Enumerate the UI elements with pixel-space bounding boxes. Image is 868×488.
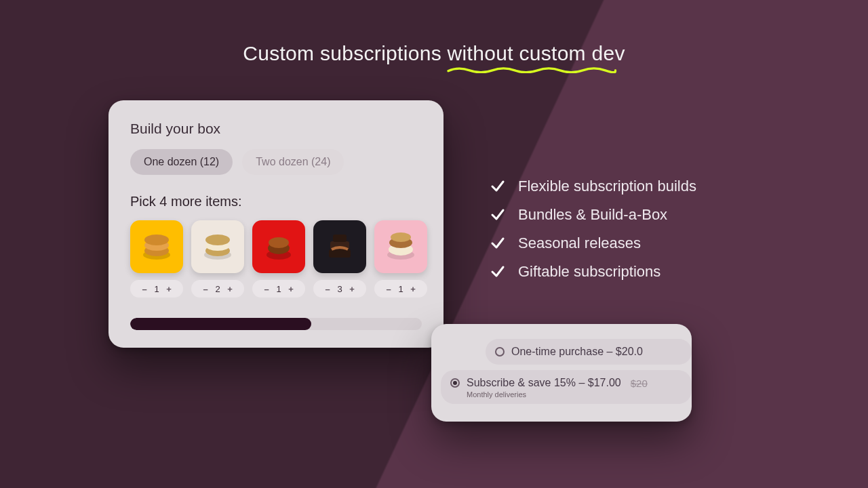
check-icon xyxy=(490,264,506,280)
svg-point-17 xyxy=(391,232,411,242)
product-item: – 3 + xyxy=(313,220,366,298)
cookie-stack-icon xyxy=(260,228,298,266)
quantity-stepper: – 2 + xyxy=(191,280,244,298)
subscribe-label: Subscribe & save 15% – $17.00 xyxy=(467,377,621,389)
feature-label: Seasonal releases xyxy=(518,235,641,252)
feature-item: Flexible subscription builds xyxy=(490,178,696,195)
feature-label: Flexible subscription builds xyxy=(518,178,696,195)
product-thumb[interactable] xyxy=(130,220,183,273)
qty-plus-button[interactable]: + xyxy=(288,284,294,294)
qty-minus-button[interactable]: – xyxy=(324,284,331,294)
check-icon xyxy=(490,235,506,251)
product-item: – 2 + xyxy=(191,220,244,298)
feature-label: Bundles & Build-a-Box xyxy=(518,206,667,224)
product-item: – 1 + xyxy=(374,220,427,298)
headline-highlight: without custom dev xyxy=(448,42,625,65)
check-icon xyxy=(490,178,506,195)
build-box-card: Build your box One dozen (12) Two dozen … xyxy=(108,100,443,348)
build-box-title: Build your box xyxy=(130,121,422,137)
size-option-two-dozen[interactable]: Two dozen (24) xyxy=(242,149,344,175)
product-row: – 1 + – 2 + – 1 + xyxy=(130,220,422,298)
cookie-stack-icon xyxy=(138,228,176,266)
quantity-stepper: – 1 + xyxy=(374,280,427,298)
progress-fill xyxy=(130,318,311,330)
svg-point-7 xyxy=(205,235,230,245)
check-icon xyxy=(490,207,506,223)
qty-minus-button[interactable]: – xyxy=(385,284,392,294)
radio-unchecked-icon xyxy=(495,347,505,357)
feature-item: Seasonal releases xyxy=(490,235,696,252)
quantity-stepper: – 1 + xyxy=(252,280,305,298)
qty-plus-button[interactable]: + xyxy=(349,284,355,294)
feature-label: Giftable subscriptions xyxy=(518,263,660,281)
product-thumb[interactable] xyxy=(191,220,244,273)
purchase-options-card: One-time purchase – $20.0 Subscribe & sa… xyxy=(431,324,692,422)
radio-checked-icon xyxy=(450,378,460,388)
size-selector: One dozen (12) Two dozen (24) xyxy=(130,149,422,175)
one-time-option[interactable]: One-time purchase – $20.0 xyxy=(486,339,692,365)
qty-minus-button[interactable]: – xyxy=(141,284,148,294)
page-headline: Custom subscriptions without custom dev xyxy=(243,42,625,65)
svg-point-3 xyxy=(144,235,169,245)
qty-minus-button[interactable]: – xyxy=(263,284,270,294)
qty-minus-button[interactable]: – xyxy=(202,284,209,294)
squiggle-underline-icon xyxy=(448,66,617,73)
qty-plus-button[interactable]: + xyxy=(226,284,233,294)
size-option-one-dozen[interactable]: One dozen (12) xyxy=(130,149,233,175)
qty-value: 1 xyxy=(275,284,282,294)
product-item: – 1 + xyxy=(252,220,305,298)
qty-plus-button[interactable]: + xyxy=(410,284,416,294)
feature-item: Giftable subscriptions xyxy=(490,263,696,281)
progress-bar xyxy=(130,318,422,330)
product-thumb[interactable] xyxy=(374,220,427,273)
svg-rect-13 xyxy=(333,235,347,242)
product-thumb[interactable] xyxy=(252,220,305,273)
cookie-stack-icon xyxy=(199,228,237,266)
strike-price: $20 xyxy=(631,378,648,389)
subscribe-note: Monthly deliveries xyxy=(467,390,526,399)
feature-item: Bundles & Build-a-Box xyxy=(490,206,696,224)
pick-more-label: Pick 4 more items: xyxy=(130,194,422,209)
svg-rect-11 xyxy=(329,249,351,258)
svg-point-10 xyxy=(269,237,289,248)
product-item: – 1 + xyxy=(130,220,183,298)
qty-value: 2 xyxy=(214,284,221,294)
subscribe-option[interactable]: Subscribe & save 15% – $17.00 $20 Monthl… xyxy=(441,370,692,404)
headline-text-1: Custom subscriptions xyxy=(243,42,447,64)
quantity-stepper: – 1 + xyxy=(130,280,183,298)
brownie-stack-icon xyxy=(321,228,359,266)
qty-value: 1 xyxy=(153,284,160,294)
qty-value: 1 xyxy=(397,284,404,294)
headline-text-2: without custom dev xyxy=(448,42,625,64)
qty-plus-button[interactable]: + xyxy=(165,284,172,294)
quantity-stepper: – 3 + xyxy=(313,280,366,298)
feature-list: Flexible subscription builds Bundles & B… xyxy=(490,178,696,281)
product-thumb[interactable] xyxy=(313,220,366,273)
qty-value: 3 xyxy=(336,284,343,294)
one-time-label: One-time purchase – $20.0 xyxy=(511,346,643,358)
cookie-stack-icon xyxy=(382,228,420,266)
